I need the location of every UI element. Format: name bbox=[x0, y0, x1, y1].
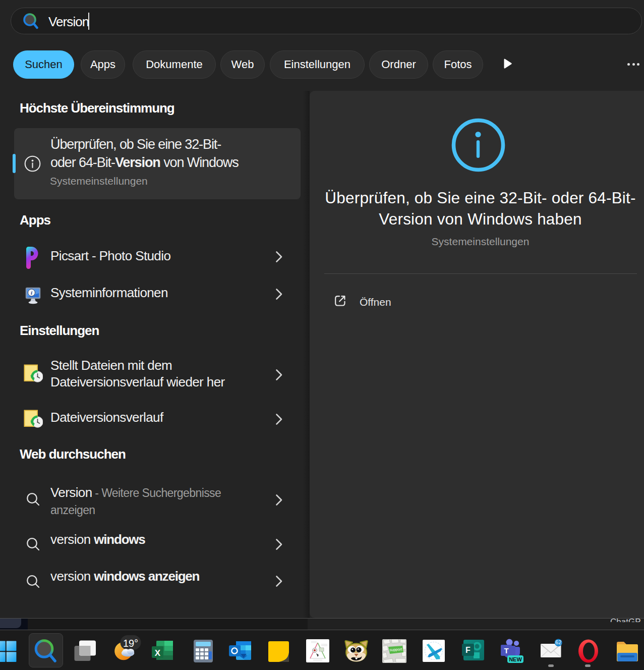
svg-text:F: F bbox=[465, 646, 471, 654]
svg-text:support: support bbox=[389, 647, 402, 652]
svg-text:62: 62 bbox=[555, 639, 561, 645]
svg-text:T: T bbox=[504, 646, 508, 655]
svg-text:X: X bbox=[155, 648, 161, 658]
svg-text:19°: 19° bbox=[123, 638, 138, 649]
svg-text:NEW: NEW bbox=[509, 656, 522, 662]
